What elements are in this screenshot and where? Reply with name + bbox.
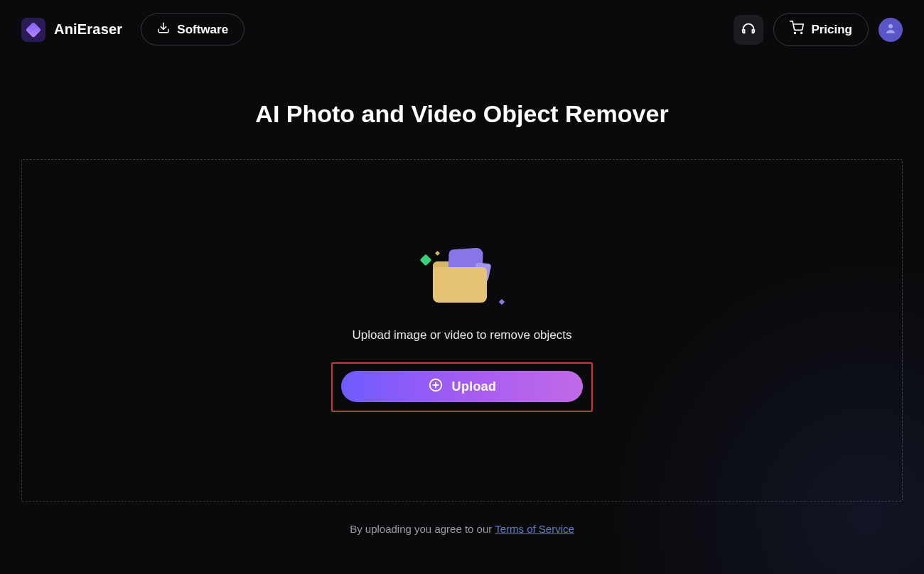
tos-text: By uploading you agree to our Terms of S… xyxy=(21,523,903,535)
brand[interactable]: AniEraser xyxy=(21,18,122,42)
drop-hint: Upload image or video to remove objects xyxy=(353,328,572,342)
svg-point-1 xyxy=(795,33,796,34)
headset-icon xyxy=(741,21,756,39)
header: AniEraser Software Pricing xyxy=(0,0,924,59)
main: AI Photo and Video Object Remover Upload… xyxy=(0,59,924,535)
software-label: Software xyxy=(177,23,228,37)
software-button[interactable]: Software xyxy=(141,13,245,45)
cart-icon xyxy=(790,21,804,38)
pricing-button[interactable]: Pricing xyxy=(773,13,869,46)
pricing-label: Pricing xyxy=(811,23,852,37)
header-left: AniEraser Software xyxy=(21,13,245,45)
page-title: AI Photo and Video Object Remover xyxy=(21,100,903,128)
brand-name: AniEraser xyxy=(54,21,122,38)
logo-icon xyxy=(21,18,45,42)
svg-point-2 xyxy=(801,33,802,34)
upload-dropzone[interactable]: Upload image or video to remove objects … xyxy=(21,159,903,502)
plus-circle-icon xyxy=(428,377,444,396)
tos-link[interactable]: Terms of Service xyxy=(495,523,574,535)
download-icon xyxy=(157,21,170,38)
user-icon xyxy=(884,22,897,38)
tos-prefix: By uploading you agree to our xyxy=(350,523,495,535)
svg-point-3 xyxy=(888,24,893,28)
support-button[interactable] xyxy=(734,15,763,45)
upload-highlight-box: Upload xyxy=(331,362,593,412)
folder-illustration-icon xyxy=(423,249,501,308)
avatar[interactable] xyxy=(879,18,903,42)
upload-label: Upload xyxy=(452,379,497,394)
header-right: Pricing xyxy=(734,13,903,46)
upload-button[interactable]: Upload xyxy=(341,371,583,402)
